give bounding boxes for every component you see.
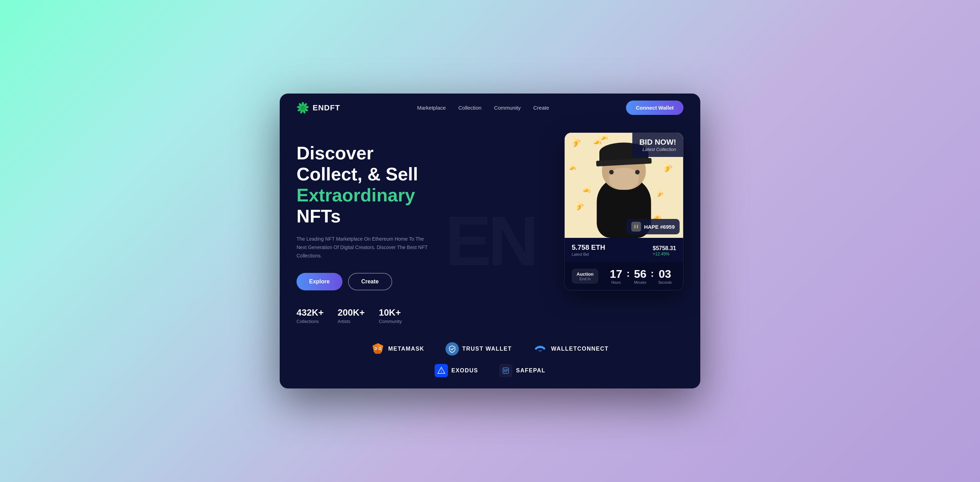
nav-marketplace[interactable]: Marketplace — [417, 105, 446, 111]
exodus-icon — [434, 364, 448, 377]
latest-bid-label: Latest Bid — [572, 252, 605, 257]
timer-seconds: 03 — [658, 268, 672, 281]
stat-collections: 432K+ Collections — [296, 307, 323, 324]
hero-title-line1: Discover — [296, 143, 374, 163]
navbar: ENDFT Marketplace Collection Community C… — [280, 94, 700, 122]
svg-point-0 — [302, 102, 304, 106]
connect-wallet-button[interactable]: Connect Wallet — [626, 100, 684, 115]
auction-timer: 17 Hours : 56 Minutes : 03 Seconds — [605, 268, 676, 284]
nav-collection[interactable]: Collection — [458, 105, 482, 111]
nav-create[interactable]: Create — [533, 105, 549, 111]
auction-label-box: Auction End In — [572, 269, 598, 284]
wallets-row-2: EXODUS SP SafePal — [296, 364, 684, 377]
wallets-section: METAMASK Trust Wallet WalletConnec — [280, 331, 700, 388]
wallets-row-1: METAMASK Trust Wallet WalletConnec — [296, 342, 684, 355]
metamask-name: METAMASK — [388, 346, 424, 352]
create-button[interactable]: Create — [348, 273, 392, 290]
logo: ENDFT — [296, 101, 340, 114]
usd-price-block: $5758.31 +12.45% — [652, 245, 676, 257]
svg-rect-22 — [635, 225, 635, 228]
bid-now-text: BID NOW! — [639, 138, 676, 147]
metamask-icon — [371, 342, 385, 355]
eth-price: 5.758 ETH — [572, 243, 605, 252]
hero-title-accent: Extraordinary — [296, 185, 415, 205]
timer-minutes-label: Minutes — [634, 281, 647, 284]
svg-rect-23 — [637, 225, 638, 228]
safepal-icon: SP — [499, 364, 512, 377]
hero-title-line3: NFTs — [296, 206, 341, 226]
stat-community-label: Community — [379, 319, 402, 324]
logo-icon — [296, 101, 309, 114]
explore-button[interactable]: Explore — [296, 273, 342, 290]
timer-hours: 17 — [610, 268, 622, 281]
stat-collections-label: Collections — [296, 319, 323, 324]
nft-card: BID NOW! Latest Collection 🍌 🍌 🍌 🍌 🍌 🍌 — [564, 132, 684, 290]
timer-sep-1: : — [626, 268, 630, 279]
wallet-exodus: EXODUS — [434, 364, 479, 377]
nft-info-overlay: HAPE #6959 — [626, 219, 679, 234]
stat-artists-number: 200K+ — [337, 307, 364, 318]
timer-sep-2: : — [651, 268, 654, 279]
walletconnect-name: WalletConnect — [551, 346, 608, 352]
safepal-name: SafePal — [516, 368, 546, 374]
nft-name: HAPE #6959 — [644, 224, 675, 230]
hero-section: Discover Collect, & Sell Extraordinary N… — [280, 122, 700, 331]
timer-seconds-block: 03 Seconds — [658, 268, 672, 284]
svg-text:SP: SP — [504, 369, 509, 373]
trust-name: Trust Wallet — [462, 346, 512, 352]
trust-icon — [445, 342, 459, 355]
stat-community: 10K+ Community — [379, 307, 402, 324]
stat-collections-number: 432K+ — [296, 307, 323, 318]
timer-hours-label: Hours — [610, 281, 622, 284]
stats-section: 432K+ Collections 200K+ Artists 10K+ Com… — [296, 307, 479, 324]
stat-artists-label: Artists — [337, 319, 364, 324]
wallet-walletconnect: WalletConnect — [533, 344, 608, 354]
timer-seconds-label: Seconds — [658, 281, 672, 284]
auction-section: Auction End In 17 Hours : 56 Minutes — [565, 262, 683, 290]
usd-price: $5758.31 — [652, 245, 676, 252]
nav-links: Marketplace Collection Community Create — [417, 105, 549, 111]
hero-title: Discover Collect, & Sell Extraordinary N… — [296, 143, 479, 227]
wallet-metamask: METAMASK — [371, 342, 424, 355]
timer-minutes-block: 56 Minutes — [634, 268, 647, 284]
hero-left: Discover Collect, & Sell Extraordinary N… — [296, 136, 479, 324]
browser-frame: EN ENDFT — [280, 94, 700, 388]
eth-price-block: 5.758 ETH Latest Bid — [572, 243, 605, 257]
bid-now-banner: BID NOW! Latest Collection — [632, 133, 683, 157]
svg-text:🍌: 🍌 — [568, 162, 578, 172]
hero-subtitle: The Leading NFT Marketplace On Ethereum … — [296, 235, 430, 260]
svg-point-31 — [380, 348, 381, 349]
wallet-trust: Trust Wallet — [445, 342, 512, 355]
bid-collection-text: Latest Collection — [639, 147, 676, 152]
auction-sublabel: End In — [577, 277, 593, 281]
svg-point-9 — [301, 106, 305, 109]
svg-point-30 — [375, 348, 376, 349]
svg-text:🍌: 🍌 — [572, 198, 585, 212]
nft-play-icon — [631, 222, 641, 231]
walletconnect-icon — [533, 344, 547, 354]
timer-hours-block: 17 Hours — [610, 268, 622, 284]
stat-artists: 200K+ Artists — [337, 307, 364, 324]
hero-buttons: Explore Create — [296, 273, 479, 290]
nav-community[interactable]: Community — [494, 105, 521, 111]
wallet-safepal: SP SafePal — [499, 364, 546, 377]
hero-title-line2: Collect, & Sell — [296, 164, 418, 184]
logo-text: ENDFT — [313, 103, 340, 113]
price-change: +12.45% — [652, 252, 676, 257]
exodus-name: EXODUS — [452, 368, 479, 374]
auction-label: Auction — [577, 271, 593, 277]
hero-right: BID NOW! Latest Collection 🍌 🍌 🍌 🍌 🍌 🍌 — [536, 132, 684, 290]
svg-text:🍌: 🍌 — [660, 159, 675, 173]
timer-minutes: 56 — [634, 268, 647, 281]
svg-text:🍌: 🍌 — [568, 133, 583, 149]
price-bar: 5.758 ETH Latest Bid $5758.31 +12.45% — [565, 238, 683, 262]
stat-community-number: 10K+ — [379, 307, 402, 318]
